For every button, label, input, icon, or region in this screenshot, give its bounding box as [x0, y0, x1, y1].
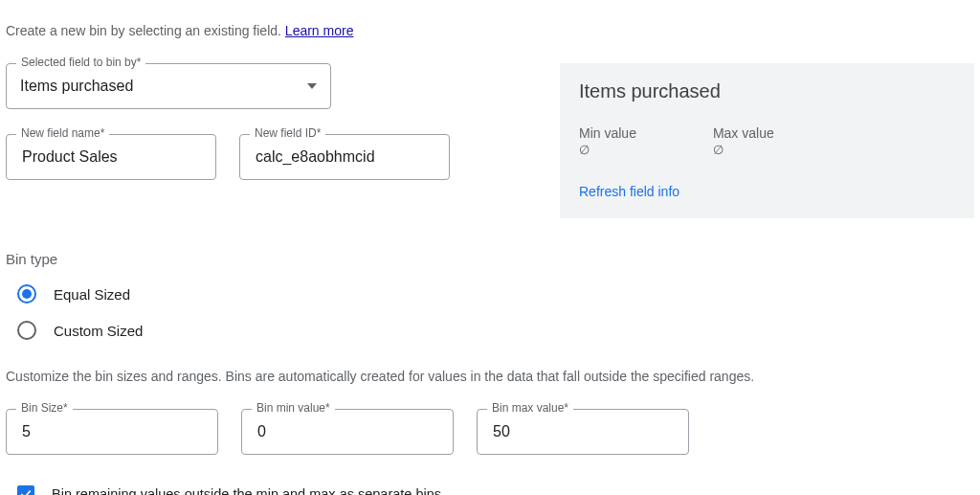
intro-prefix: Create a new bin by selecting an existin… [6, 23, 285, 38]
field-info-panel: Items purchased Min value ∅ Max value ∅ … [560, 63, 974, 218]
bin-type-heading: Bin type [6, 251, 974, 267]
bin-size-input[interactable] [20, 422, 204, 441]
new-field-name-input-wrapper: New field name* [6, 134, 216, 180]
dropdown-caret-icon [307, 83, 317, 89]
max-value: ∅ [713, 143, 774, 157]
selected-field-value: Items purchased [20, 78, 307, 95]
bin-max-label: Bin max value* [487, 401, 573, 415]
min-value: ∅ [579, 143, 636, 157]
new-field-id-input-wrapper: New field ID* [239, 134, 450, 180]
bin-remaining-checkbox[interactable]: Bin remaining values outside the min and… [6, 485, 974, 495]
intro-text: Create a new bin by selecting an existin… [6, 23, 974, 38]
bin-type-radio-group: Equal Sized Custom Sized [6, 284, 974, 340]
bin-max-input-wrapper: Bin max value* [477, 409, 689, 455]
checkbox-checked-icon [17, 485, 34, 495]
radio-icon [17, 284, 36, 304]
new-field-name-input[interactable] [20, 147, 202, 167]
new-field-id-input[interactable] [254, 147, 435, 167]
learn-more-link[interactable]: Learn more [285, 23, 354, 38]
bin-max-input[interactable] [491, 422, 675, 441]
new-field-id-label: New field ID* [250, 126, 325, 140]
customize-help-text: Customize the bin sizes and ranges. Bins… [6, 369, 974, 384]
min-value-label: Min value [579, 125, 636, 141]
bin-min-input[interactable] [256, 422, 439, 441]
radio-label-equal: Equal Sized [54, 286, 130, 303]
selected-field-to-bin-by-select[interactable]: Selected field to bin by* Items purchase… [6, 63, 331, 109]
max-value-label: Max value [713, 125, 774, 141]
radio-icon [17, 321, 36, 340]
bin-size-label: Bin Size* [16, 401, 73, 415]
radio-label-custom: Custom Sized [54, 323, 143, 339]
bin-remaining-label: Bin remaining values outside the min and… [52, 486, 441, 495]
refresh-field-info-link[interactable]: Refresh field info [579, 184, 955, 199]
bin-type-option-custom[interactable]: Custom Sized [17, 321, 974, 340]
bin-type-option-equal[interactable]: Equal Sized [17, 284, 974, 304]
new-field-name-label: New field name* [16, 126, 109, 140]
info-panel-title: Items purchased [579, 80, 955, 102]
bin-size-input-wrapper: Bin Size* [6, 409, 218, 455]
selected-field-label: Selected field to bin by* [16, 56, 145, 69]
bin-min-label: Bin min value* [252, 401, 335, 415]
bin-min-input-wrapper: Bin min value* [241, 409, 454, 455]
